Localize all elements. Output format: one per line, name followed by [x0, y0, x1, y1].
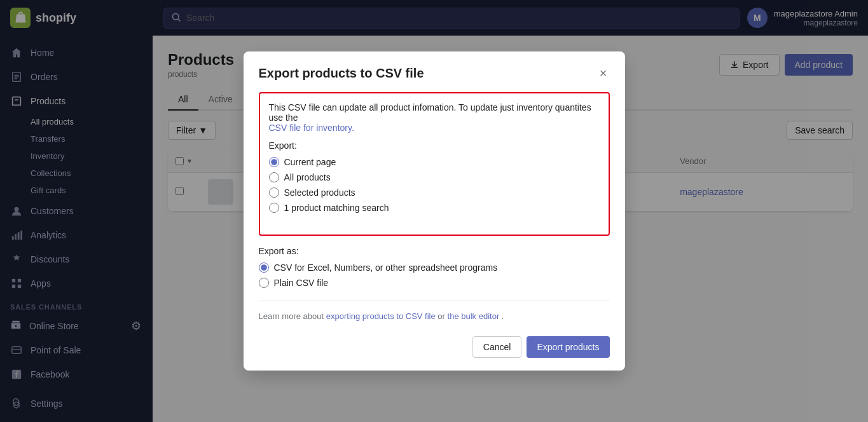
export-as-csv-excel[interactable]: CSV for Excel, Numbers, or other spreads… — [259, 262, 610, 273]
modal-actions: Cancel Export products — [259, 334, 610, 358]
export-options-group: Current page All products Selected produ… — [269, 157, 600, 213]
modal-close-button[interactable]: × — [597, 64, 610, 82]
bulk-editor-link[interactable]: the bulk editor — [448, 311, 500, 321]
export-products-button[interactable]: Export products — [527, 336, 609, 358]
export-option-selected-products[interactable]: Selected products — [269, 187, 600, 198]
export-section-label: Export: — [269, 140, 600, 151]
export-as-group: CSV for Excel, Numbers, or other spreads… — [259, 262, 610, 288]
modal-info-box: This CSV file can update all product inf… — [259, 92, 610, 236]
export-radio-selected-products[interactable] — [269, 187, 279, 198]
modal-title: Export products to CSV file — [259, 66, 424, 81]
export-option-all-products[interactable]: All products — [269, 172, 600, 182]
modal-divider — [259, 301, 610, 301]
export-as-section: Export as: CSV for Excel, Numbers, or ot… — [259, 246, 610, 288]
modal-header: Export products to CSV file × — [244, 51, 625, 92]
export-as-radio-excel[interactable] — [259, 262, 269, 273]
export-as-radio-plain[interactable] — [259, 278, 269, 288]
modal-info-text: This CSV file can update all product inf… — [269, 102, 600, 133]
export-modal: Export products to CSV file × This CSV f… — [244, 51, 625, 371]
cancel-button[interactable]: Cancel — [472, 336, 522, 358]
modal-body: This CSV file can update all product inf… — [244, 92, 625, 371]
exporting-link[interactable]: exporting products to CSV file — [326, 311, 436, 321]
export-radio-all-products[interactable] — [269, 172, 279, 182]
csv-inventory-link[interactable]: CSV file for inventory. — [269, 123, 354, 133]
export-option-current-page[interactable]: Current page — [269, 157, 600, 167]
modal-overlay[interactable]: Export products to CSV file × This CSV f… — [0, 0, 868, 422]
export-radio-current-page[interactable] — [269, 157, 279, 167]
export-as-label: Export as: — [259, 246, 610, 256]
export-option-matching-search[interactable]: 1 product matching search — [269, 203, 600, 213]
modal-footer-text: Learn more about exporting products to C… — [259, 311, 610, 321]
export-as-plain-csv[interactable]: Plain CSV file — [259, 278, 610, 288]
export-radio-matching-search[interactable] — [269, 203, 279, 213]
